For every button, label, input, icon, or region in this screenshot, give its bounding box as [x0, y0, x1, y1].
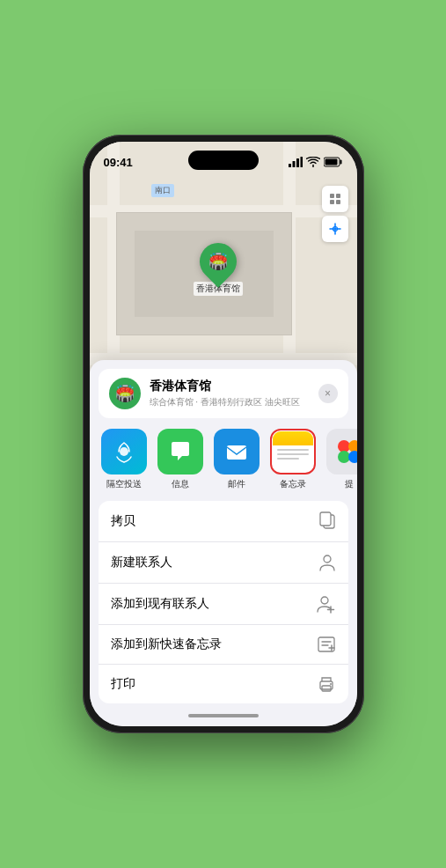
more-label: 提 — [345, 478, 354, 490]
svg-rect-0 — [289, 164, 291, 167]
svg-point-12 — [120, 447, 128, 456]
svg-rect-24 — [322, 686, 331, 691]
airdrop-label: 隔空投送 — [106, 478, 142, 490]
location-button[interactable] — [322, 216, 348, 242]
battery-icon — [324, 157, 343, 167]
wifi-icon — [306, 157, 320, 167]
print-icon — [317, 675, 336, 693]
print-label: 打印 — [111, 676, 135, 692]
svg-rect-8 — [336, 194, 340, 198]
compass-icon — [329, 223, 341, 235]
add-notes-label: 添加到新快速备忘录 — [111, 636, 222, 652]
add-contact-label: 添加到现有联系人 — [111, 596, 209, 612]
location-card: 🏟️ 香港体育馆 综合体育馆 · 香港特别行政区 油尖旺区 × — [99, 369, 348, 418]
action-list: 拷贝 新建联系人 添加到现有联系人 — [99, 501, 348, 703]
action-copy[interactable]: 拷贝 — [99, 501, 348, 542]
svg-rect-3 — [300, 157, 303, 167]
status-icons — [289, 157, 343, 167]
map-controls — [322, 186, 348, 246]
home-bar — [188, 714, 259, 717]
map-type-button[interactable] — [322, 186, 348, 212]
pin-icon: 🏟️ — [208, 252, 228, 271]
svg-rect-2 — [296, 158, 299, 167]
svg-point-20 — [324, 555, 331, 563]
person-icon — [318, 553, 336, 572]
action-new-contact[interactable]: 新建联系人 — [99, 542, 348, 584]
location-name: 香港体育馆 — [150, 379, 310, 394]
copy-icon — [318, 511, 336, 531]
svg-point-21 — [321, 597, 328, 604]
svg-rect-5 — [340, 160, 341, 165]
add-person-icon — [317, 594, 336, 614]
quick-note-icon — [317, 636, 336, 653]
svg-rect-10 — [336, 200, 340, 204]
notes-label: 备忘录 — [280, 478, 306, 490]
svg-point-17 — [348, 451, 357, 463]
copy-label: 拷贝 — [111, 513, 135, 529]
share-app-airdrop[interactable]: 隔空投送 — [99, 429, 150, 490]
bottom-sheet: 🏟️ 香港体育馆 综合体育馆 · 香港特别行政区 油尖旺区 × — [90, 360, 357, 726]
svg-point-25 — [330, 683, 332, 685]
phone-screen: 09:41 — [90, 142, 357, 726]
phone-frame: 09:41 — [83, 135, 364, 733]
share-app-messages[interactable]: 信息 — [155, 429, 206, 490]
svg-rect-7 — [330, 194, 334, 198]
notes-app-icon — [270, 429, 316, 474]
action-print[interactable]: 打印 — [99, 665, 348, 703]
svg-rect-1 — [292, 161, 295, 167]
location-subtitle: 综合体育馆 · 香港特别行政区 油尖旺区 — [150, 396, 310, 408]
dynamic-island — [188, 151, 259, 170]
action-add-contact[interactable]: 添加到现有联系人 — [99, 584, 348, 625]
map-area-label: 南口 — [151, 184, 174, 197]
mail-icon — [214, 429, 260, 474]
svg-rect-13 — [227, 445, 246, 460]
svg-point-16 — [338, 451, 350, 463]
messages-label: 信息 — [172, 478, 189, 490]
share-app-more[interactable]: 提 — [324, 429, 357, 490]
svg-rect-19 — [320, 512, 331, 526]
status-time: 09:41 — [104, 156, 133, 169]
more-apps-icon — [326, 429, 357, 474]
venue-icon: 🏟️ — [109, 378, 141, 409]
svg-rect-6 — [325, 159, 337, 166]
new-contact-label: 新建联系人 — [111, 555, 172, 570]
location-info: 香港体育馆 综合体育馆 · 香港特别行政区 油尖旺区 — [150, 379, 310, 408]
share-app-mail[interactable]: 邮件 — [211, 429, 262, 490]
svg-rect-9 — [330, 200, 334, 204]
mail-label: 邮件 — [228, 478, 245, 490]
share-app-notes[interactable]: 备忘录 — [267, 429, 318, 490]
airdrop-icon — [101, 429, 147, 474]
signal-icon — [289, 157, 303, 167]
action-add-notes[interactable]: 添加到新快速备忘录 — [99, 625, 348, 665]
svg-point-14 — [338, 440, 350, 452]
svg-point-15 — [348, 440, 357, 452]
share-apps-row: 隔空投送 信息 — [90, 418, 357, 496]
close-button[interactable]: × — [318, 384, 338, 403]
home-indicator — [90, 709, 357, 726]
map-pin: 🏟️ 香港体育馆 — [194, 243, 243, 296]
pin-circle: 🏟️ — [192, 235, 244, 287]
map-layers-icon — [328, 192, 342, 206]
messages-icon — [157, 429, 203, 474]
